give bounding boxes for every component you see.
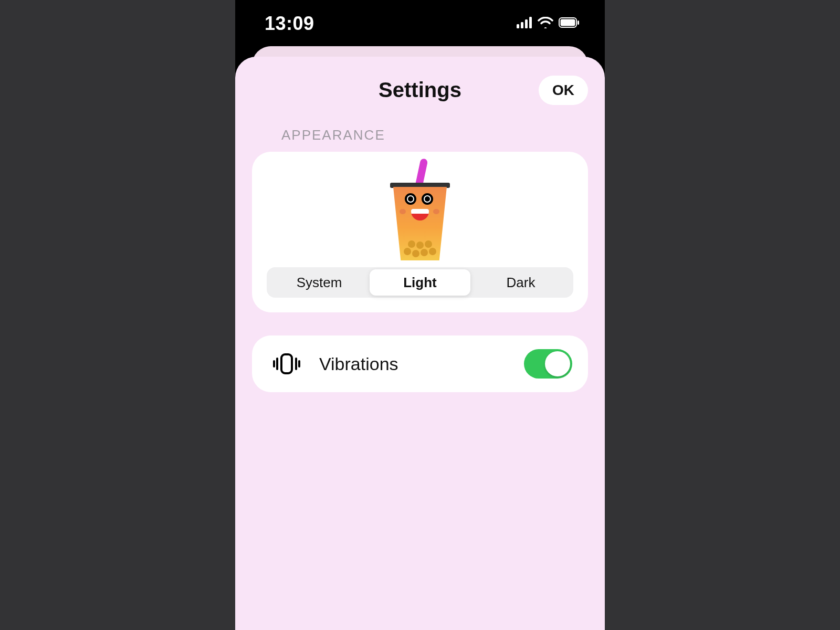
theme-option-dark[interactable]: Dark bbox=[470, 269, 571, 296]
theme-segmented-control[interactable]: System Light Dark bbox=[267, 267, 573, 298]
vibrations-row: Vibrations bbox=[252, 335, 588, 392]
svg-rect-2 bbox=[525, 19, 528, 28]
sheet-header: Settings OK bbox=[252, 71, 588, 108]
svg-rect-1 bbox=[521, 22, 523, 28]
appearance-section-label: APPEARANCE bbox=[281, 127, 588, 143]
battery-icon bbox=[559, 17, 580, 30]
appearance-card: System Light Dark bbox=[252, 152, 588, 312]
theme-option-system[interactable]: System bbox=[269, 269, 370, 296]
status-indicators bbox=[517, 17, 580, 30]
phone-frame: 13:09 bbox=[235, 0, 605, 630]
cellular-icon bbox=[517, 17, 532, 30]
appearance-preview bbox=[267, 162, 573, 267]
toggle-knob bbox=[545, 351, 570, 376]
settings-sheet: Settings OK APPEARANCE bbox=[235, 57, 605, 630]
ok-button[interactable]: OK bbox=[539, 76, 588, 105]
status-time: 13:09 bbox=[265, 13, 314, 35]
svg-rect-6 bbox=[578, 20, 579, 25]
vibrations-label: Vibrations bbox=[319, 354, 524, 374]
status-bar: 13:09 bbox=[235, 0, 605, 47]
vibrations-toggle[interactable] bbox=[524, 349, 572, 379]
vibration-icon bbox=[273, 352, 300, 375]
boba-cup-icon bbox=[391, 165, 449, 265]
svg-rect-3 bbox=[529, 17, 532, 28]
svg-rect-5 bbox=[561, 19, 575, 26]
svg-rect-7 bbox=[281, 354, 292, 373]
theme-option-light[interactable]: Light bbox=[370, 269, 470, 296]
wifi-icon bbox=[538, 17, 553, 30]
svg-rect-0 bbox=[517, 24, 519, 28]
page-title: Settings bbox=[379, 78, 461, 102]
